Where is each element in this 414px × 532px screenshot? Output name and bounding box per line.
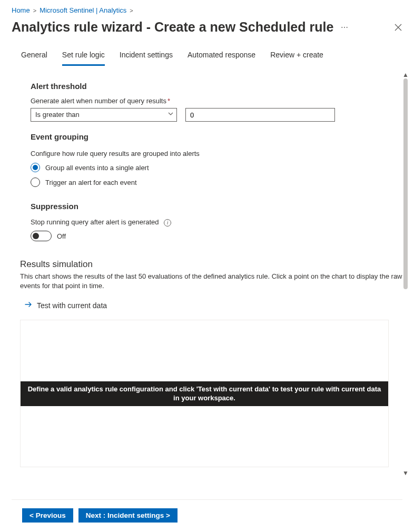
breadcrumb-home[interactable]: Home: [12, 6, 30, 14]
test-with-current-data-link[interactable]: Test with current data: [24, 300, 402, 310]
page-title: Analytics rule wizard - Create a new Sch…: [12, 19, 333, 35]
suppression-value-label: Off: [57, 232, 66, 240]
scroll-up-icon[interactable]: ▲: [402, 71, 409, 78]
tab-set-rule-logic[interactable]: Set rule logic: [62, 47, 105, 66]
breadcrumb-sentinel-analytics[interactable]: Microsoft Sentinel | Analytics: [40, 6, 126, 14]
required-indicator: *: [167, 97, 170, 105]
scrollbar-thumb[interactable]: [403, 78, 408, 289]
results-chart-placeholder: Define a valid analytics rule configurat…: [20, 320, 389, 467]
next-button[interactable]: Next : Incident settings >: [78, 508, 178, 523]
tabs: General Set rule logic Incident settings…: [12, 47, 402, 66]
breadcrumb: Home > Microsoft Sentinel | Analytics >: [12, 6, 402, 14]
tab-general[interactable]: General: [21, 47, 47, 66]
results-simulation-heading: Results simulation: [20, 259, 402, 270]
radio-each-event[interactable]: [31, 178, 40, 187]
scrollbar[interactable]: [402, 78, 408, 469]
suppression-heading: Suppression: [31, 202, 402, 211]
event-grouping-description: Configure how rule query results are gro…: [31, 150, 402, 157]
chevron-right-icon: >: [130, 7, 133, 14]
scroll-down-icon[interactable]: ▼: [402, 469, 409, 477]
suppression-label: Stop running query after alert is genera…: [31, 218, 402, 226]
radio-group-all[interactable]: [31, 163, 40, 172]
tab-review-create[interactable]: Review + create: [270, 47, 323, 66]
chevron-right-icon: >: [33, 7, 36, 14]
results-chart-banner: Define a valid analytics rule configurat…: [21, 381, 388, 406]
more-icon[interactable]: ⋯: [341, 23, 349, 32]
results-simulation-description: This chart shows the results of the last…: [20, 272, 402, 291]
radio-group-all-label: Group all events into a single alert: [45, 164, 149, 172]
operator-select[interactable]: Is greater than: [31, 108, 177, 122]
threshold-value-input[interactable]: [185, 108, 335, 122]
close-icon[interactable]: [394, 23, 402, 32]
tab-incident-settings[interactable]: Incident settings: [120, 47, 173, 66]
previous-button[interactable]: < Previous: [22, 508, 73, 523]
tab-automated-response[interactable]: Automated response: [188, 47, 255, 66]
alert-threshold-heading: Alert threshold: [31, 82, 402, 91]
wizard-footer: < Previous Next : Incident settings >: [12, 499, 402, 523]
arrow-right-icon: [24, 300, 33, 310]
alert-threshold-label: Generate alert when number of query resu…: [31, 97, 402, 105]
radio-each-event-label: Trigger an alert for each event: [45, 179, 137, 186]
info-icon[interactable]: i: [164, 219, 171, 226]
test-link-label: Test with current data: [37, 301, 107, 310]
suppression-toggle[interactable]: [31, 231, 52, 241]
event-grouping-heading: Event grouping: [31, 132, 402, 141]
